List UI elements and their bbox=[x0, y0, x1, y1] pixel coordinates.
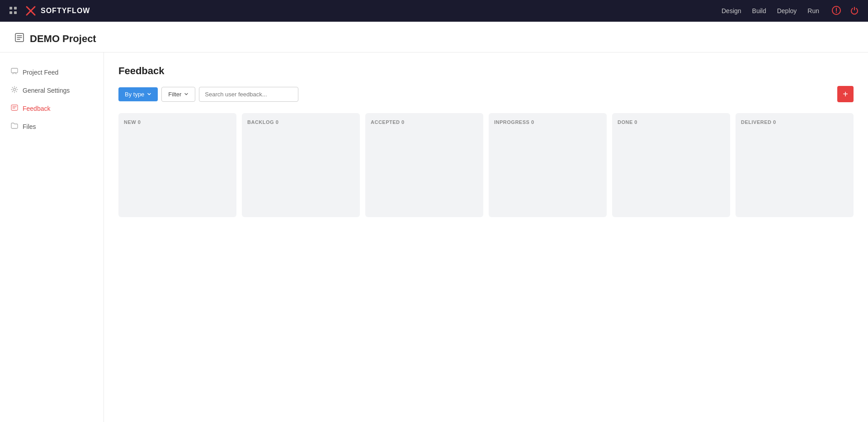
nav-build[interactable]: Build bbox=[752, 7, 766, 14]
gear-icon bbox=[11, 86, 18, 95]
svg-rect-1 bbox=[14, 7, 17, 9]
project-icon bbox=[14, 33, 24, 45]
by-type-label: By type bbox=[125, 91, 144, 98]
kanban-col-inprogress: INPROGRESS 0 bbox=[489, 113, 607, 217]
kanban-col-header-backlog: BACKLOG 0 bbox=[247, 119, 354, 125]
nav-design[interactable]: Design bbox=[722, 7, 741, 14]
kanban-col-header-new: NEW 0 bbox=[124, 119, 231, 125]
sidebar-item-general-settings[interactable]: General Settings bbox=[0, 81, 104, 100]
kanban-col-new: NEW 0 bbox=[118, 113, 236, 217]
filter-button[interactable]: Filter bbox=[161, 87, 195, 102]
kanban-col-accepted: ACCEPTED 0 bbox=[365, 113, 483, 217]
power-icon[interactable] bbox=[848, 4, 861, 18]
brand-logo: SOFTYFLOW bbox=[24, 5, 90, 17]
search-input[interactable] bbox=[199, 87, 298, 102]
main-content: Feedback By type Filter + NEW 0BACKLOG bbox=[104, 52, 868, 422]
add-icon: + bbox=[843, 89, 848, 100]
kanban-col-delivered: DELIVERED 0 bbox=[736, 113, 854, 217]
nav-deploy[interactable]: Deploy bbox=[777, 7, 797, 14]
svg-rect-0 bbox=[9, 7, 12, 9]
toolbar: By type Filter + bbox=[118, 86, 854, 102]
kanban-col-header-inprogress: INPROGRESS 0 bbox=[494, 119, 601, 125]
kanban-col-header-done: DONE 0 bbox=[618, 119, 725, 125]
svg-point-14 bbox=[14, 89, 16, 91]
sidebar-item-feedback[interactable]: Feedback bbox=[0, 100, 104, 118]
sidebar: Project Feed General Settings Feedback bbox=[0, 52, 104, 422]
folder-icon bbox=[11, 122, 18, 131]
page-title: DEMO Project bbox=[30, 33, 96, 45]
brand-x-icon bbox=[24, 5, 37, 17]
feedback-icon bbox=[11, 104, 18, 113]
add-feedback-button[interactable]: + bbox=[837, 86, 854, 102]
kanban-board: NEW 0BACKLOG 0ACCEPTED 0INPROGRESS 0DONE… bbox=[118, 113, 854, 217]
sidebar-item-project-feed[interactable]: Project Feed bbox=[0, 63, 104, 81]
kanban-col-header-delivered: DELIVERED 0 bbox=[741, 119, 848, 125]
grid-menu-icon[interactable] bbox=[7, 5, 19, 18]
svg-rect-13 bbox=[11, 68, 18, 73]
sidebar-label-feedback: Feedback bbox=[23, 105, 50, 112]
sidebar-label-files: Files bbox=[23, 123, 36, 130]
chat-icon bbox=[11, 68, 18, 77]
kanban-col-header-accepted: ACCEPTED 0 bbox=[371, 119, 478, 125]
nav-run[interactable]: Run bbox=[807, 7, 819, 14]
sidebar-label-general-settings: General Settings bbox=[23, 87, 70, 94]
sidebar-item-files[interactable]: Files bbox=[0, 118, 104, 136]
kanban-col-done: DONE 0 bbox=[612, 113, 730, 217]
brand-name: SOFTYFLOW bbox=[41, 7, 90, 15]
feedback-title: Feedback bbox=[118, 65, 854, 77]
svg-rect-2 bbox=[9, 11, 12, 14]
svg-point-8 bbox=[836, 11, 837, 12]
sidebar-label-project-feed: Project Feed bbox=[23, 69, 58, 76]
filter-label: Filter bbox=[168, 91, 181, 98]
svg-rect-3 bbox=[14, 11, 17, 14]
kanban-col-backlog: BACKLOG 0 bbox=[242, 113, 360, 217]
by-type-button[interactable]: By type bbox=[118, 87, 158, 101]
alert-icon[interactable] bbox=[830, 4, 843, 18]
svg-rect-15 bbox=[11, 105, 18, 110]
